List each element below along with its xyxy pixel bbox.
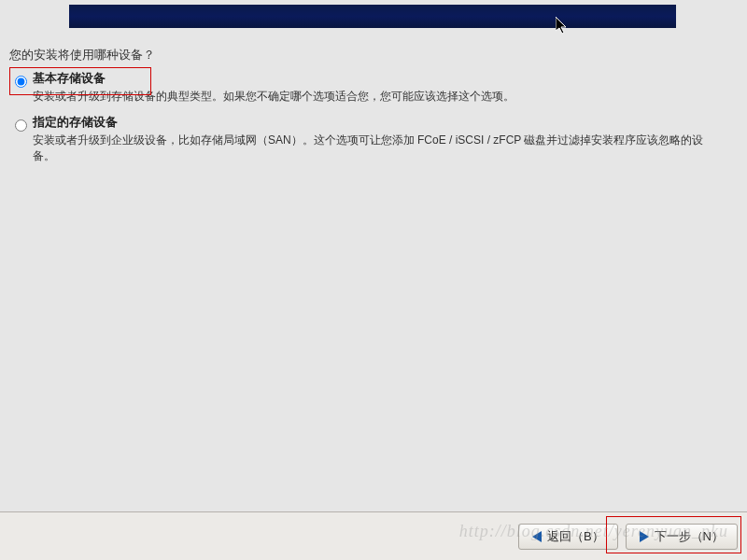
title-bar bbox=[69, 5, 676, 28]
arrow-right-icon bbox=[640, 531, 649, 542]
radio-specified-storage[interactable] bbox=[15, 119, 27, 132]
option-basic-storage[interactable]: 基本存储设备 安装或者升级到存储设备的典型类型。如果您不确定哪个选项适合您，您可… bbox=[15, 70, 725, 105]
option-specified-title: 指定的存储设备 bbox=[33, 114, 725, 131]
arrow-left-icon bbox=[532, 531, 542, 542]
option-specified-desc: 安装或者升级到企业级设备，比如存储局域网（SAN）。这个选项可让您添加 FCoE… bbox=[33, 133, 725, 164]
option-basic-desc: 安装或者升级到存储设备的典型类型。如果您不确定哪个选项适合您，您可能应该选择这个… bbox=[33, 89, 725, 105]
next-button-label: 下一步（N） bbox=[655, 528, 724, 545]
back-button[interactable]: 返回（B） bbox=[518, 524, 618, 550]
radio-basic-storage[interactable] bbox=[15, 76, 27, 88]
prompt-question: 您的安装将使用哪种设备？ bbox=[9, 47, 155, 63]
back-button-label: 返回（B） bbox=[547, 528, 604, 545]
option-specified-storage[interactable]: 指定的存储设备 安装或者升级到企业级设备，比如存储局域网（SAN）。这个选项可让… bbox=[15, 114, 725, 164]
footer-toolbar: 返回（B） 下一步（N） bbox=[0, 511, 747, 560]
next-button[interactable]: 下一步（N） bbox=[626, 524, 738, 550]
option-basic-title: 基本存储设备 bbox=[33, 70, 725, 87]
